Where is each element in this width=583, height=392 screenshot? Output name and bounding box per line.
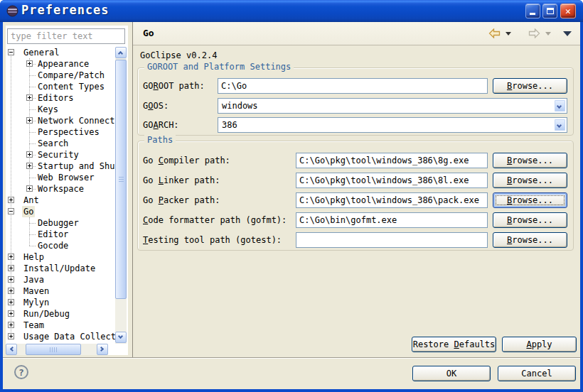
- go-linker-browse-button[interactable]: Browse...: [493, 173, 567, 188]
- tree-item-perspectives[interactable]: Perspectives: [6, 126, 115, 138]
- expand-icon[interactable]: [26, 163, 33, 169]
- tree-item-help[interactable]: Help: [6, 251, 115, 263]
- filter-input[interactable]: [7, 28, 125, 44]
- goroot-browse-button[interactable]: Browse...: [493, 78, 567, 94]
- question-mark-icon: ?: [18, 367, 24, 378]
- expand-icon[interactable]: [26, 60, 33, 67]
- window-title: Preferences: [21, 3, 109, 17]
- tree-item-run-debug[interactable]: Run/Debug: [6, 308, 115, 320]
- expand-icon[interactable]: [8, 197, 14, 203]
- tree-item-network-connections[interactable]: Network Connect: [6, 115, 115, 126]
- tree-item-maven[interactable]: Maven: [6, 285, 115, 297]
- tree-item-workspace[interactable]: Workspace: [6, 183, 115, 195]
- dialog-client-area: General Appearance Compare/Patch Content…: [3, 22, 580, 389]
- tree-item-install-update[interactable]: Install/Update: [6, 263, 115, 274]
- back-history-caret-icon[interactable]: [506, 32, 511, 36]
- preferences-window: Preferences ✕ General Appearance Compare…: [0, 0, 583, 392]
- go-packer-browse-button[interactable]: Browse...: [493, 192, 567, 208]
- maximize-button[interactable]: [542, 4, 557, 18]
- dialog-button-bar: ? OK Cancel: [3, 357, 580, 389]
- forward-arrow-icon: [528, 28, 540, 38]
- tree-item-ant[interactable]: Ant: [6, 195, 115, 206]
- tree-item-general[interactable]: General: [6, 47, 115, 58]
- scroll-right-button[interactable]: [97, 344, 108, 355]
- code-formatter-path-input[interactable]: [296, 212, 488, 228]
- expand-icon[interactable]: [8, 254, 14, 260]
- goos-combo-dropdown-button[interactable]: [554, 99, 566, 112]
- close-icon: ✕: [561, 6, 575, 16]
- tree-item-web-browser[interactable]: Web Browser: [6, 172, 115, 183]
- minimize-button[interactable]: [525, 4, 540, 18]
- tree-item-compare-patch[interactable]: Compare/Patch: [6, 70, 115, 81]
- expand-icon[interactable]: [26, 94, 33, 101]
- vertical-scroll-thumb[interactable]: [115, 60, 127, 299]
- goarch-combo-dropdown-button[interactable]: [554, 119, 566, 131]
- expand-icon[interactable]: [8, 333, 14, 339]
- tree-item-editor[interactable]: Editor: [6, 229, 115, 240]
- arrow-up-icon: [118, 51, 123, 56]
- tree-item-editors[interactable]: Editors: [6, 92, 115, 104]
- expand-icon[interactable]: [8, 288, 14, 294]
- go-packer-path-input[interactable]: [296, 192, 488, 208]
- scroll-up-button[interactable]: [115, 47, 127, 58]
- expand-icon[interactable]: [8, 310, 14, 317]
- tree-item-mylyn[interactable]: Mylyn: [6, 297, 115, 308]
- page-header: Go: [133, 22, 580, 45]
- go-linker-path-label: Go Linker path:: [143, 173, 220, 188]
- code-formatter-path-label: Code formatter path (gofmt):: [143, 212, 287, 228]
- expand-icon[interactable]: [26, 185, 33, 192]
- scroll-left-button[interactable]: [6, 344, 17, 355]
- goos-combo-value: windows: [222, 100, 258, 112]
- expand-icon[interactable]: [8, 322, 14, 328]
- tree-item-security[interactable]: Security: [6, 149, 115, 160]
- titlebar[interactable]: Preferences ✕: [0, 0, 583, 22]
- view-menu-icon[interactable]: [563, 31, 572, 36]
- expand-icon[interactable]: [8, 276, 14, 283]
- expand-icon[interactable]: [26, 151, 33, 158]
- apply-button[interactable]: Apply: [502, 337, 577, 352]
- help-button[interactable]: ?: [14, 365, 28, 379]
- tree-item-startup-and-shutdown[interactable]: Startup and Shu: [6, 160, 115, 172]
- tree-item-appearance[interactable]: Appearance: [6, 58, 115, 70]
- scroll-down-button[interactable]: [115, 332, 127, 343]
- maximize-icon: [547, 8, 554, 14]
- tree-item-gocode[interactable]: Gocode: [6, 240, 115, 251]
- tree-item-java[interactable]: Java: [6, 274, 115, 285]
- goarch-combo[interactable]: 386: [218, 117, 567, 133]
- tree-item-usage-data-collector[interactable]: Usage Data Collect: [6, 331, 115, 342]
- tree-item-keys[interactable]: Keys: [6, 104, 115, 115]
- back-arrow-icon[interactable]: [488, 28, 501, 38]
- testing-tool-path-input[interactable]: [296, 232, 488, 248]
- page-navigation: [488, 26, 572, 40]
- tree-item-search[interactable]: Search: [6, 138, 115, 149]
- collapse-icon[interactable]: [8, 49, 14, 55]
- go-compiler-path-input[interactable]: [296, 153, 488, 168]
- go-packer-path-label: Go Packer path:: [143, 192, 220, 208]
- close-button[interactable]: ✕: [560, 4, 576, 18]
- horizontal-scroll-thumb[interactable]: [26, 344, 81, 355]
- tree-guide-line: [29, 217, 30, 246]
- go-compiler-path-label: Go Compiler path:: [143, 153, 230, 168]
- minimize-icon: [530, 13, 535, 15]
- goos-combo[interactable]: windows: [218, 98, 567, 114]
- chevron-down-icon: [557, 104, 562, 109]
- expand-icon[interactable]: [8, 299, 14, 305]
- restore-defaults-button[interactable]: Restore Defaults: [412, 337, 496, 352]
- go-compiler-browse-button[interactable]: Browse...: [493, 153, 567, 168]
- go-linker-path-input[interactable]: [296, 173, 488, 188]
- group-title: Paths: [144, 135, 176, 145]
- cancel-button[interactable]: Cancel: [498, 366, 576, 381]
- tree-item-go[interactable]: Go: [6, 206, 115, 217]
- goroot-path-input[interactable]: [218, 78, 488, 94]
- ok-button[interactable]: OK: [412, 366, 491, 381]
- code-formatter-browse-button[interactable]: Browse...: [493, 212, 567, 228]
- expand-icon[interactable]: [26, 117, 33, 124]
- preferences-tree: General Appearance Compare/Patch Content…: [6, 47, 115, 344]
- tree-guide-line: [29, 58, 30, 189]
- testing-tool-browse-button[interactable]: Browse...: [493, 232, 567, 248]
- expand-icon[interactable]: [8, 265, 14, 271]
- tree-item-content-types[interactable]: Content Types: [6, 81, 115, 92]
- collapse-icon[interactable]: [8, 208, 14, 214]
- tree-item-team[interactable]: Team: [6, 320, 115, 331]
- tree-item-debugger[interactable]: Debugger: [6, 217, 115, 229]
